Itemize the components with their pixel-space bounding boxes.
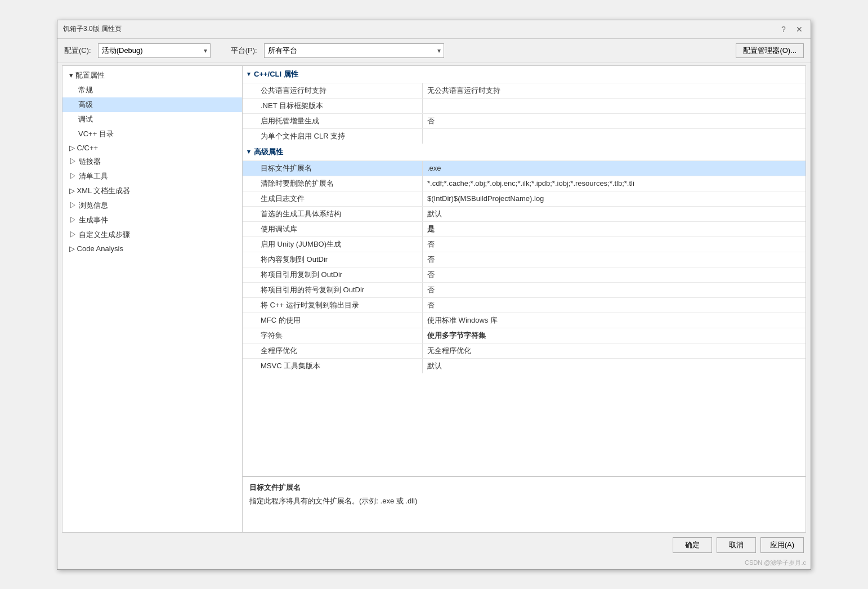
- prop-name: 将项目引用的符号复制到 OutDir: [243, 283, 423, 297]
- bottom-bar: 确定 取消 应用(A): [57, 533, 811, 557]
- sidebar-item-cpp[interactable]: ▷ C/C++: [62, 141, 242, 154]
- prop-row[interactable]: 启用 Unity (JUMBO)生成否: [243, 237, 806, 252]
- prop-value: 使用多字节字符集: [423, 328, 806, 343]
- prop-name: MFC 的使用: [243, 313, 423, 328]
- prop-row[interactable]: MSVC 工具集版本默认: [243, 358, 806, 373]
- prop-row[interactable]: 清除时要删除的扩展名*.cdf;*.cache;*.obj;*.obj.enc;…: [243, 176, 806, 191]
- sidebar-item-debug[interactable]: 调试: [62, 112, 242, 127]
- prop-value: $(IntDir)$(MSBuildProjectName).log: [423, 191, 806, 206]
- title-bar: 饥箱子3.0版 属性页 ? ✕: [57, 20, 811, 39]
- prop-value: 无全程序优化: [423, 343, 806, 358]
- prop-value: *.cdf;*.cache;*.obj;*.obj.enc;*.ilk;*.ip…: [423, 176, 806, 191]
- prop-value: [423, 99, 806, 113]
- prop-value: 否: [423, 114, 806, 128]
- sidebar-item-build-events[interactable]: ▷ 生成事件: [62, 213, 242, 227]
- main-area: ▾ 配置属性常规高级调试VC++ 目录▷ C/C++▷ 链接器▷ 清单工具▷ X…: [62, 65, 806, 533]
- prop-name: 全程序优化: [243, 343, 423, 358]
- prop-value: 否: [423, 237, 806, 252]
- sidebar-item-linker[interactable]: ▷ 链接器: [62, 154, 242, 169]
- platform-select-wrapper: 所有平台: [264, 43, 444, 58]
- prop-value: 否: [423, 252, 806, 267]
- sidebar-item-custom-build[interactable]: ▷ 自定义生成步骤: [62, 227, 242, 242]
- section-header-advanced-props[interactable]: ▾高级属性: [243, 144, 806, 160]
- prop-name: 启用托管增量生成: [243, 114, 423, 128]
- section-title-advanced-props: 高级属性: [254, 147, 283, 157]
- config-label: 配置(C):: [64, 46, 91, 56]
- prop-row[interactable]: 将项目引用的符号复制到 OutDir否: [243, 282, 806, 297]
- prop-value: 否: [423, 283, 806, 297]
- prop-value: 是: [423, 222, 806, 237]
- prop-name: 启用 Unity (JUMBO)生成: [243, 237, 423, 252]
- description-title: 目标文件扩展名: [249, 483, 799, 493]
- prop-name: 目标文件扩展名: [243, 161, 423, 176]
- prop-value: 默认: [423, 207, 806, 221]
- cancel-button[interactable]: 取消: [717, 537, 756, 553]
- prop-value: [423, 129, 806, 144]
- prop-value: .exe: [423, 161, 806, 176]
- apply-button[interactable]: 应用(A): [760, 537, 804, 553]
- prop-name: 生成日志文件: [243, 191, 423, 206]
- section-title-cpp-cli: C++/CLI 属性: [254, 69, 298, 79]
- prop-row[interactable]: 将内容复制到 OutDir否: [243, 252, 806, 267]
- help-button[interactable]: ?: [778, 24, 789, 35]
- config-select[interactable]: 活动(Debug): [98, 43, 211, 58]
- dialog-window: 饥箱子3.0版 属性页 ? ✕ 配置(C): 活动(Debug) 平台(P): …: [57, 20, 811, 570]
- props-table: ▾C++/CLI 属性公共语言运行时支持无公共语言运行时支持.NET 目标框架版…: [243, 66, 806, 476]
- config-manager-button[interactable]: 配置管理器(O)...: [736, 43, 804, 58]
- sidebar-item-code-analysis[interactable]: ▷ Code Analysis: [62, 242, 242, 255]
- prop-value: 默认: [423, 359, 806, 373]
- prop-name: 使用调试库: [243, 222, 423, 237]
- config-select-wrapper: 活动(Debug): [98, 43, 211, 58]
- sidebar-item-vcpp-dirs[interactable]: VC++ 目录: [62, 127, 242, 141]
- prop-row[interactable]: 字符集使用多字节字符集: [243, 328, 806, 343]
- prop-name: 字符集: [243, 328, 423, 343]
- description-text: 指定此程序将具有的文件扩展名。(示例: .exe 或 .dll): [249, 496, 799, 506]
- prop-name: MSVC 工具集版本: [243, 359, 423, 373]
- prop-row[interactable]: 使用调试库是: [243, 221, 806, 237]
- prop-row[interactable]: 目标文件扩展名.exe: [243, 160, 806, 176]
- prop-row[interactable]: 公共语言运行时支持无公共语言运行时支持: [243, 83, 806, 98]
- prop-value: 否: [423, 298, 806, 313]
- prop-name: 首选的生成工具体系结构: [243, 207, 423, 221]
- prop-name: 清除时要删除的扩展名: [243, 176, 423, 191]
- prop-row[interactable]: 将项目引用复制到 OutDir否: [243, 267, 806, 282]
- sidebar-item-browse[interactable]: ▷ 浏览信息: [62, 198, 242, 213]
- prop-row[interactable]: MFC 的使用使用标准 Windows 库: [243, 313, 806, 328]
- prop-row[interactable]: 为单个文件启用 CLR 支持: [243, 128, 806, 144]
- config-row: 配置(C): 活动(Debug) 平台(P): 所有平台 配置管理器(O)...: [57, 39, 811, 63]
- prop-row[interactable]: 全程序优化无全程序优化: [243, 343, 806, 358]
- content-area: ▾C++/CLI 属性公共语言运行时支持无公共语言运行时支持.NET 目标框架版…: [243, 66, 806, 532]
- prop-name: 将内容复制到 OutDir: [243, 252, 423, 267]
- prop-row[interactable]: 首选的生成工具体系结构默认: [243, 206, 806, 221]
- prop-name: 将 C++ 运行时复制到输出目录: [243, 298, 423, 313]
- prop-value: 否: [423, 267, 806, 282]
- title-controls: ? ✕: [778, 24, 805, 35]
- prop-name: .NET 目标框架版本: [243, 99, 423, 113]
- prop-value: 无公共语言运行时支持: [423, 83, 806, 98]
- section-arrow-advanced-props: ▾: [247, 148, 250, 155]
- prop-name: 将项目引用复制到 OutDir: [243, 267, 423, 282]
- window-title: 饥箱子3.0版 属性页: [63, 24, 122, 34]
- section-header-cpp-cli[interactable]: ▾C++/CLI 属性: [243, 66, 806, 83]
- prop-row[interactable]: 将 C++ 运行时复制到输出目录否: [243, 297, 806, 313]
- prop-row[interactable]: .NET 目标框架版本: [243, 98, 806, 113]
- section-arrow-cpp-cli: ▾: [247, 70, 250, 78]
- platform-select[interactable]: 所有平台: [264, 43, 444, 58]
- sidebar-item-advanced[interactable]: 高级: [62, 97, 242, 112]
- prop-name: 公共语言运行时支持: [243, 83, 423, 98]
- ok-button[interactable]: 确定: [673, 537, 712, 553]
- sidebar-item-general[interactable]: 常规: [62, 83, 242, 97]
- close-button[interactable]: ✕: [794, 24, 805, 35]
- prop-row[interactable]: 启用托管增量生成否: [243, 113, 806, 128]
- prop-value: 使用标准 Windows 库: [423, 313, 806, 328]
- prop-name: 为单个文件启用 CLR 支持: [243, 129, 423, 144]
- sidebar-item-xml-gen[interactable]: ▷ XML 文档生成器: [62, 184, 242, 198]
- sidebar: ▾ 配置属性常规高级调试VC++ 目录▷ C/C++▷ 链接器▷ 清单工具▷ X…: [62, 66, 243, 532]
- prop-row[interactable]: 生成日志文件$(IntDir)$(MSBuildProjectName).log: [243, 191, 806, 206]
- platform-label: 平台(P):: [231, 46, 257, 56]
- sidebar-item-config-props[interactable]: ▾ 配置属性: [62, 68, 242, 83]
- description-panel: 目标文件扩展名 指定此程序将具有的文件扩展名。(示例: .exe 或 .dll): [243, 476, 806, 532]
- sidebar-item-manifest[interactable]: ▷ 清单工具: [62, 169, 242, 184]
- watermark: CSDN @滤学子岁月.c: [57, 557, 811, 569]
